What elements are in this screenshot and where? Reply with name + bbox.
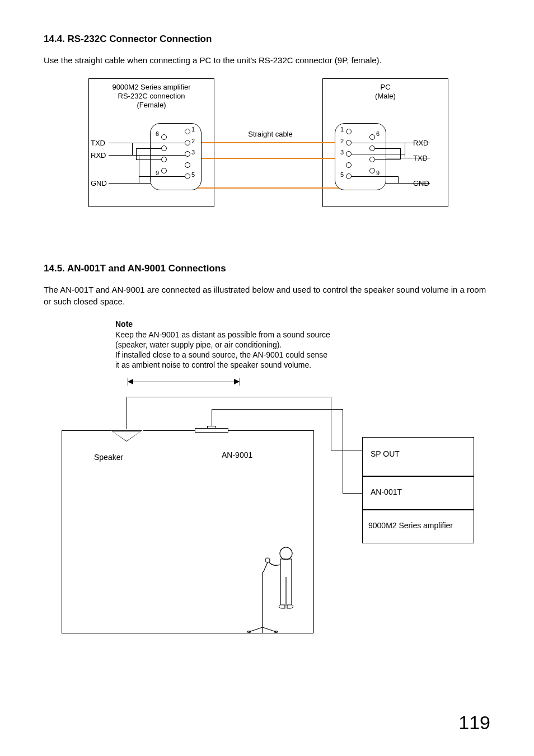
note-line3: If installed close to a sound source, th…	[115, 350, 327, 360]
singer-icon	[242, 543, 310, 635]
an9001-label: AN-9001	[222, 450, 252, 459]
an001t-label: AN-001T	[371, 487, 402, 496]
right-box-line1: PC	[322, 83, 448, 91]
an001t-an9001-diagram: Note Keep the AN-9001 as distant as poss…	[44, 320, 490, 638]
page-number: 119	[458, 712, 490, 734]
cable-label: Straight cable	[234, 130, 307, 138]
svg-line-3	[264, 562, 268, 571]
rs232c-diagram: 9000M2 Series amplifier RS-232C connecti…	[44, 78, 490, 224]
note-line2: (speaker, water supply pipe, or air cond…	[115, 340, 282, 350]
left-txd-label: TXD	[91, 139, 105, 147]
left-gnd-label: GND	[91, 179, 107, 187]
section-14-4-paragraph: Use the straight cable when connecting a…	[44, 55, 490, 66]
section-14-5-heading: 14.5. AN-001T and AN-9001 Connections	[44, 263, 490, 274]
svg-line-5	[263, 571, 264, 572]
section-14-5-paragraph: The AN-001T and AN-9001 are connected as…	[44, 284, 490, 307]
section-14-4-heading: 14.4. RS-232C Connector Connection	[44, 34, 490, 45]
left-box-line3: (Female)	[88, 101, 214, 109]
note-title: Note	[115, 320, 133, 328]
left-box-line1: 9000M2 Series amplifier	[88, 83, 214, 91]
svg-line-6	[249, 627, 263, 632]
an9001-sensor-icon	[195, 426, 228, 433]
svg-point-0	[280, 547, 292, 560]
amplifier-label: 9000M2 Series amplifier	[368, 521, 453, 530]
svg-line-7	[263, 627, 276, 632]
note-line4: it as ambient noise to control the speak…	[115, 360, 311, 370]
right-box-line2: (Male)	[322, 92, 448, 100]
left-rxd-label: RXD	[91, 151, 106, 159]
speaker-label: Speaker	[94, 453, 123, 462]
note-line1: Keep the AN-9001 as distant as possible …	[115, 330, 330, 340]
sp-out-label: SP OUT	[371, 449, 400, 458]
svg-point-2	[265, 558, 270, 562]
speaker-icon	[111, 430, 142, 442]
left-box-line2: RS-232C connection	[88, 92, 214, 100]
